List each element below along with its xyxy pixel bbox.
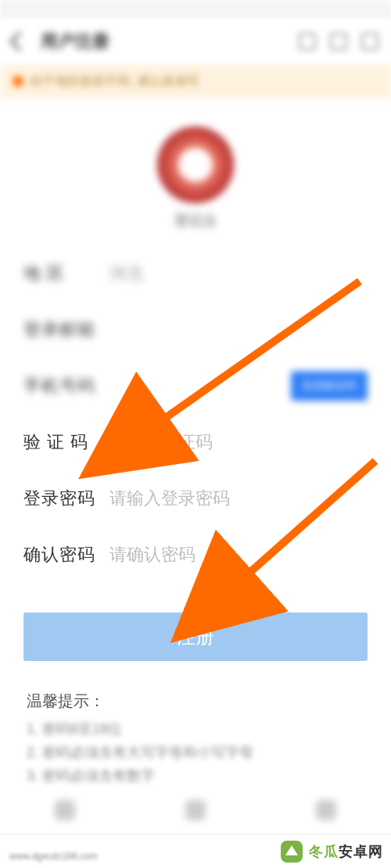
tips-item: 密码必须含有数字 xyxy=(27,766,364,785)
confirm-label: 确认密码 xyxy=(23,543,109,566)
notice-banner: 由于地区政策不同, 请认真填写 xyxy=(0,64,391,98)
field-password: 登录密码 xyxy=(23,470,368,527)
verify-label: 验 证 码 xyxy=(23,430,109,454)
toolbar-icon[interactable] xyxy=(316,800,336,820)
password-input[interactable] xyxy=(109,488,368,509)
avatar-section: 登记点 xyxy=(0,127,391,230)
watermark-brand-b: 安卓网 xyxy=(339,844,383,859)
field-verify-code: 验 证 码 xyxy=(23,414,368,470)
register-button[interactable]: 注册 xyxy=(23,613,368,661)
register-form: 地 区 河北 登录邮箱 手机号码 发送验证码 验 证 码 登录密码 确认密码 xyxy=(0,245,391,583)
bottom-toolbar xyxy=(0,790,391,830)
verify-input[interactable] xyxy=(109,432,368,452)
tips-item: 密码8至18位 xyxy=(27,720,364,738)
header-actions xyxy=(299,33,378,50)
password-label: 登录密码 xyxy=(23,487,109,510)
watermark-logo-icon xyxy=(281,841,303,863)
watermark-bar: www.dgxcdz168.com 冬瓜安卓网 xyxy=(0,835,391,868)
tips-section: 温馨提示： 密码8至18位 密码必须含有大写字母和小写字母 密码必须含有数字 xyxy=(0,691,391,785)
tips-list: 密码8至18位 密码必须含有大写字母和小写字母 密码必须含有数字 xyxy=(27,720,364,785)
region-value[interactable]: 河北 xyxy=(109,262,368,285)
region-label: 地 区 xyxy=(23,262,109,285)
app-header: 用户注册 xyxy=(0,19,391,64)
toolbar-icon[interactable] xyxy=(185,800,206,820)
field-confirm-password: 确认密码 xyxy=(23,527,368,583)
action-icon-3[interactable] xyxy=(361,33,378,50)
tips-item: 密码必须含有大写字母和小写字母 xyxy=(27,743,364,762)
page-title: 用户注册 xyxy=(41,30,299,53)
watermark-url: www.dgxcdz168.com xyxy=(9,851,98,862)
back-icon[interactable] xyxy=(9,31,29,51)
avatar-name: 登记点 xyxy=(174,211,217,230)
email-label: 登录邮箱 xyxy=(23,318,109,341)
confirm-input[interactable] xyxy=(109,545,368,565)
action-icon-2[interactable] xyxy=(330,33,347,50)
phone-label: 手机号码 xyxy=(23,374,109,398)
notice-dot-icon xyxy=(13,76,23,87)
action-icon-1[interactable] xyxy=(299,33,316,50)
field-phone: 手机号码 发送验证码 xyxy=(23,358,368,414)
toolbar-icon[interactable] xyxy=(55,800,75,820)
watermark-brand-a: 冬瓜 xyxy=(309,844,339,859)
avatar-image xyxy=(157,127,234,203)
notice-text: 由于地区政策不同, 请认真填写 xyxy=(30,73,199,90)
watermark-text: 冬瓜安卓网 xyxy=(309,842,383,861)
status-bar xyxy=(0,0,391,19)
field-email: 登录邮箱 xyxy=(23,302,368,358)
field-region: 地 区 河北 xyxy=(23,245,368,302)
send-sms-button[interactable]: 发送验证码 xyxy=(291,371,368,401)
tips-title: 温馨提示： xyxy=(27,691,364,712)
